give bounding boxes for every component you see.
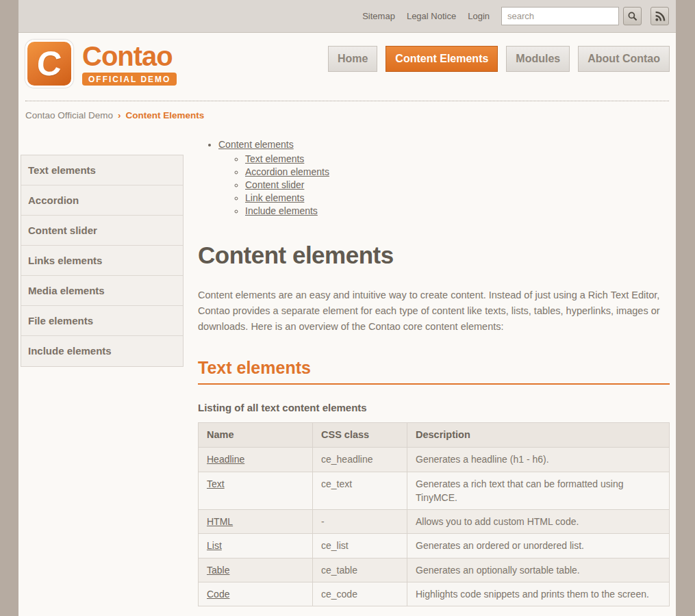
search-icon (627, 11, 638, 22)
toc-link-content-slider[interactable]: Content slider (245, 179, 304, 190)
topbar: Sitemap Legal Notice Login (18, 0, 676, 33)
main-content: Content elements Text elements Accordion… (198, 128, 670, 616)
sidebar-item-content-slider[interactable]: Content slider (21, 216, 183, 246)
column-header-description: Description (407, 423, 670, 448)
toc-item: Include elements (245, 205, 670, 216)
toc-link-link-elements[interactable]: Link elements (245, 192, 304, 203)
logo-claim-badge: OFFICIAL DEMO (82, 73, 177, 86)
site-header: C Contao OFFICIAL DEMO Home Content Elem… (18, 33, 676, 101)
sidebar-item-include-elements[interactable]: Include elements (21, 336, 183, 366)
search-input[interactable] (501, 7, 619, 25)
toc-link-text-elements[interactable]: Text elements (245, 153, 304, 164)
search-button[interactable] (623, 7, 642, 25)
rss-button[interactable] (650, 7, 669, 25)
table-link-text[interactable]: Text (207, 478, 225, 489)
breadcrumb-current: Content Elements (126, 110, 205, 120)
table-link-html[interactable]: HTML (207, 516, 233, 527)
table-cell-css: ce_list (313, 534, 407, 558)
legal-notice-link[interactable]: Legal Notice (407, 11, 456, 21)
column-header-name: Name (199, 423, 313, 448)
content-elements-table: Name CSS class Description Headline ce_h… (198, 422, 670, 606)
section-title-text-elements: Text elements (198, 358, 670, 385)
sidebar-navigation: Text elements Accordion Content slider L… (21, 155, 184, 367)
table-row: List ce_list Generates an ordered or uno… (199, 534, 670, 558)
table-link-table[interactable]: Table (207, 565, 229, 576)
table-cell-css: ce_table (313, 558, 407, 582)
table-row: Table ce_table Generates an optionally s… (199, 558, 670, 582)
logo-name: Contao (82, 42, 177, 70)
table-row: Text ce_text Generates a rich text that … (199, 472, 670, 510)
table-cell-description: Generates a rich text that can be format… (407, 472, 670, 510)
table-cell-description: Generates an ordered or unordered list. (407, 534, 670, 558)
table-cell-description: Generates a headline (h1 - h6). (407, 448, 670, 472)
toc-item: Accordion elements (245, 166, 670, 177)
toc-link-content-elements[interactable]: Content elements (218, 139, 294, 150)
table-caption: Listing of all text content elements (198, 402, 670, 413)
toc-sublist: Text elements Accordion elements Content… (245, 153, 670, 216)
nav-item-modules[interactable]: Modules (506, 46, 570, 72)
table-cell-description: Generates an optionally sortable table. (407, 558, 670, 582)
table-cell-css: ce_text (313, 472, 407, 510)
toc-item-parent: Content elements Text elements Accordion… (218, 139, 670, 216)
table-cell-description: Highlights code snippets and prints them… (407, 582, 670, 606)
table-link-list[interactable]: List (207, 540, 222, 551)
page-title: Content elements (198, 242, 670, 269)
intro-paragraph: Content elements are an easy and intuiti… (198, 287, 670, 334)
toc-link-include-elements[interactable]: Include elements (245, 205, 318, 216)
table-row: Code ce_code Highlights code snippets an… (199, 582, 670, 606)
toc-list: Content elements Text elements Accordion… (218, 139, 670, 216)
sitemap-link[interactable]: Sitemap (362, 11, 395, 21)
toc-item: Content slider (245, 179, 670, 190)
sidebar-item-links-elements[interactable]: Links elements (21, 246, 183, 276)
rss-icon (655, 11, 666, 22)
table-header-row: Name CSS class Description (199, 423, 670, 448)
table-cell-css: - (313, 510, 407, 534)
table-link-code[interactable]: Code (207, 589, 229, 600)
toc-link-accordion-elements[interactable]: Accordion elements (245, 166, 329, 177)
nav-item-content-elements[interactable]: Content Elements (386, 46, 498, 72)
sidebar-item-accordion[interactable]: Accordion (21, 185, 183, 216)
sidebar-item-text-elements[interactable]: Text elements (21, 155, 183, 185)
logo-letter: C (36, 47, 63, 81)
table-link-headline[interactable]: Headline (207, 454, 244, 465)
logo-text: Contao OFFICIAL DEMO (82, 42, 177, 86)
breadcrumb: Contao Official Demo›Content Elements (18, 101, 676, 128)
table-row: Headline ce_headline Generates a headlin… (199, 448, 670, 472)
breadcrumb-root[interactable]: Contao Official Demo (25, 110, 113, 120)
table-cell-description: Allows you to add custom HTML code. (407, 510, 670, 534)
table-cell-css: ce_headline (313, 448, 407, 472)
sidebar-item-file-elements[interactable]: File elements (21, 306, 183, 336)
toc-item: Text elements (245, 153, 670, 164)
table-row: HTML - Allows you to add custom HTML cod… (199, 510, 670, 534)
page-container: Sitemap Legal Notice Login (18, 0, 676, 616)
nav-item-home[interactable]: Home (328, 46, 377, 72)
nav-item-about-contao[interactable]: About Contao (578, 46, 670, 72)
login-link[interactable]: Login (468, 11, 490, 21)
contao-logo-icon[interactable]: C (25, 40, 73, 88)
main-navigation: Home Content Elements Modules About Cont… (328, 46, 670, 72)
breadcrumb-separator-icon: › (118, 110, 121, 120)
sidebar-item-media-elements[interactable]: Media elements (21, 276, 183, 306)
table-cell-css: ce_code (313, 582, 407, 606)
column-header-css-class: CSS class (313, 423, 407, 448)
toc-item: Link elements (245, 192, 670, 203)
